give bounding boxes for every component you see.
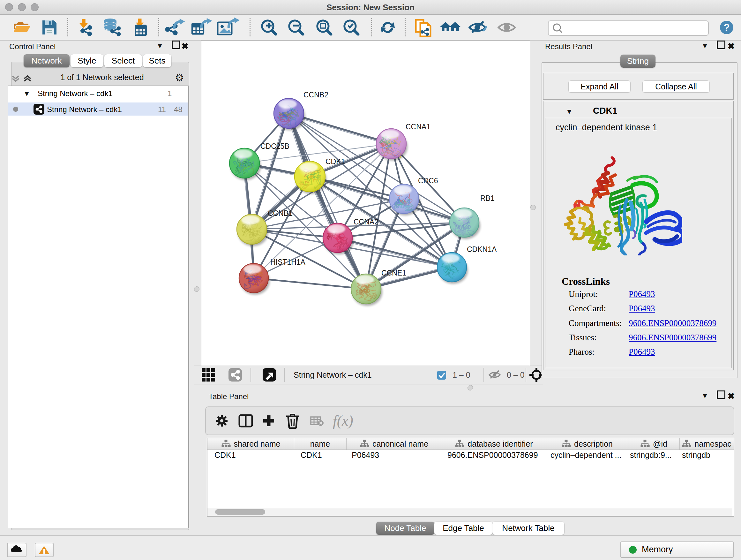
svg-text:CCNB1: CCNB1 <box>268 209 293 217</box>
svg-text:CDC6: CDC6 <box>418 177 438 185</box>
svg-text:?: ? <box>724 22 730 33</box>
svg-text:CCNE1: CCNE1 <box>381 269 406 277</box>
svg-text:CCNA1: CCNA1 <box>406 123 430 131</box>
svg-text:CCNA2: CCNA2 <box>354 218 379 226</box>
svg-text:RB1: RB1 <box>480 194 495 202</box>
svg-text:CDC25B: CDC25B <box>260 142 289 150</box>
svg-text:HIST1H1A: HIST1H1A <box>270 258 306 266</box>
svg-text:CDKN1A: CDKN1A <box>467 245 497 253</box>
svg-text:f(x): f(x) <box>333 413 353 429</box>
svg-text:CDK1: CDK1 <box>326 158 345 166</box>
svg-text:CCNB2: CCNB2 <box>304 91 328 99</box>
